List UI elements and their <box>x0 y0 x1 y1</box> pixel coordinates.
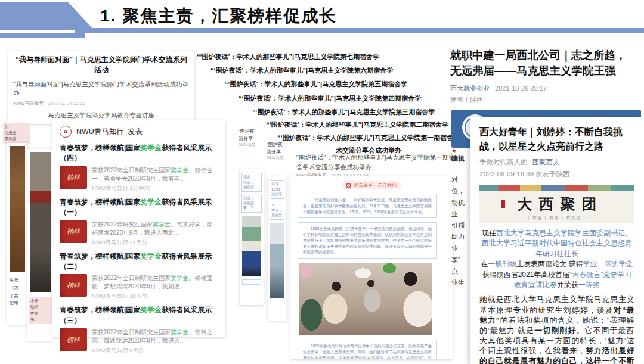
article-thumbnail: 榜样 <box>60 220 87 243</box>
feed-header: ✿ NWU青马知行 发表 <box>52 120 225 140</box>
article-body: 她就是西北大学马克思主义学院马克思主义基本原理专业的研究生刘婷婷，谈及对“最魅力… <box>479 294 634 364</box>
article-summary: 荣获2022年全日制研究生国家奖学金。知行合一，奋勇争先2020年9月，我有幸.… <box>92 166 218 183</box>
article-summary-block: 荣获2022年全日制研究生国家奖学金。稼穑蓬勃，梦想熠熠2020年9月，我如愿.… <box>92 274 218 300</box>
room-photo <box>270 223 284 298</box>
title-text: 青春筑梦，榜样领航|国家 <box>60 252 140 260</box>
article-meta: NWU青马知行 1分钟内 <box>92 185 218 192</box>
honor-text: 上发表两篇论文 获得 <box>516 260 583 268</box>
header-accent-shape <box>0 2 94 30</box>
title-text: 青春筑梦，榜样领航|国家 <box>60 198 140 206</box>
summary-highlight: 奖学金 <box>153 221 171 228</box>
summary-highlight: 奖学金 <box>171 275 188 281</box>
feed-item: 青春筑梦，榜样领航|国家奖学金获得者风采展示（三） 榜样 荣获2022年全日制研… <box>52 302 225 356</box>
screenshot-card-mentor-series: “我与导师面对面”｜马克思主义学院师门学术交流系列活动 "我与导师面对面"|马克… <box>8 51 194 124</box>
presentation-slide: 1. 聚焦主责，汇聚榜样促成长 “我与导师面对面”｜马克思主义学院师门学术交流系… <box>0 0 644 364</box>
follow-text: 点击蓝字 · 关注我们 <box>354 182 397 188</box>
screenshot-card-youth: 西大好青年｜刘婷婷：不断自我挑战，以星星之火点亮前行之路 争做时代新人的 团聚西… <box>470 117 644 364</box>
text-fragment: “围炉夜 流分享 NWU马院 <box>267 141 298 161</box>
text-fragment: 为 克思主 莉教授 <box>3 123 30 144</box>
text-fragment: 术界 他详 世界 第， <box>29 297 52 324</box>
paragraph-fragment: 10 学习， 质的分 <box>270 201 284 220</box>
headline-stack-item: “‘围炉夜话’：学术人的那些事儿”|马克思主义学院第五期宿舍学 <box>225 80 407 89</box>
summary-highlight: 奖学金 <box>171 329 188 335</box>
article-row: 榜样 荣获2022年全日制研究生国家奖学金。知行合一，奋勇争先2020年9月，我… <box>60 166 218 192</box>
feed-account-name: NWU青马知行 <box>76 127 124 137</box>
article-subtitle: "我与导师面对面"|马克思主义学院师门学术交流系列活动成功举办 <box>13 80 190 97</box>
article-meta: NWU青马知行 8天前 <box>92 347 218 354</box>
article-thumbnail: 榜样 <box>60 328 87 351</box>
article-paragraph: 1829宿舍成员针对论文写作过程中出现的问题进行交流，比如容易产生焦虑情绪、会陷… <box>298 340 437 359</box>
honor-highlight: 一般刊物 <box>488 260 516 268</box>
screenshot-card-employment: 就职中建一局西北公司｜志之所趋，无远弗届——马克思主义学院王强 西大就业创业 2… <box>450 48 632 104</box>
thumbnail-text: 榜样 <box>67 335 80 344</box>
star-icon: ★ <box>451 147 457 154</box>
fragment-text: “围炉夜 流分享 <box>239 128 272 142</box>
summary-highlight: 奖学金 <box>171 167 188 173</box>
follow-banner: 点击蓝字 · 关注我们 <box>290 181 453 189</box>
magnifier-icon <box>346 183 351 188</box>
title-highlight: 奖学金 <box>140 306 162 314</box>
fragment-text: “围炉夜 流分享 <box>267 141 298 155</box>
article-title: 青春筑梦，榜样领航|国家奖学金获得者风采展示（四） <box>60 143 218 164</box>
article-body-card: 点击蓝字 · 关注我们 一间温馨的宿舍小屋，一次积极的学术交流，既是增进室友情谊… <box>290 176 453 359</box>
article-meta: 西大就业创业 2021-10-26 20:17 <box>450 84 632 93</box>
honor-text: 在 <box>481 260 488 268</box>
publish-date: 2022-06-09 16:39 发表于陕西 <box>479 170 634 179</box>
paragraph-fragment: 交流， 师资源 事，了 <box>242 194 262 213</box>
wechat-feed-card: ✿ NWU青马知行 发表 青春筑梦，榜样领航|国家奖学金获得者风采展示（四） 榜… <box>52 120 225 337</box>
paragraph-fragment: 宿舍 交流， 期宿舍 <box>242 173 262 192</box>
dorm-photo <box>242 216 261 276</box>
headline-stack-item: “‘围炉夜话’：学术人的那些事儿”|马克思主义学院第六期宿舍学 <box>210 66 393 75</box>
summary-text: 荣获2022年全日制研究生国家 <box>92 167 171 173</box>
article-row: 榜样 荣获2022年全日制研究生国家奖学金。青衿之志，履践致远2020年9月，我… <box>60 328 218 354</box>
article-title: 西大好青年｜刘婷婷：不断自我挑战，以星星之火点亮前行之路 <box>479 125 624 154</box>
honor-text: 并荣获 <box>557 281 578 289</box>
article-row: 榜样 荣获2022年全日制研究生国家奖学金。稼穑蓬勃，梦想熠熠2020年9月，我… <box>60 274 218 300</box>
thumbnail-text: 榜样 <box>67 281 80 290</box>
article-summary-block: 荣获2022年全日制研究生国家奖学金。青衿之志，履践致远2020年9月，我进入.… <box>92 328 218 354</box>
banner-subtitle: | 有趣 | 有用 | 有态度 | <box>479 216 634 221</box>
article-paragraph: 一间温馨的宿舍小屋，一次积极的学术交流，既是增进室友情谊的助推器，也是营造良好学… <box>298 194 437 218</box>
publish-date: 2021-10-26 20:17 <box>495 85 547 92</box>
door-photo <box>10 146 25 272</box>
thumbnail-text: 榜样 <box>67 173 80 182</box>
honor-text: 获得陕西省2021年高校首届 <box>482 270 570 279</box>
screenshot-strip: 学习 11月2 次分享 10 学习， 质的分 <box>268 176 286 321</box>
article-meta: NWU青马知行 16天前 <box>92 293 218 300</box>
meta-label: 争做时代新人的 <box>479 158 528 166</box>
feed-item: 青春筑梦，榜样领航|国家奖学金获得者风采展示（二） 榜样 荣获2022年全日制研… <box>52 248 225 303</box>
honor-line: 在一般刊物上发表两篇论文 获得学业二等奖学金 <box>479 259 634 269</box>
summary-text: 荣获2022年全日制研究生国家 <box>92 275 171 281</box>
account-logo-icon: ✿ <box>60 126 72 138</box>
article-title: “我与导师面对面”｜马克思主义学院师门学术交流系列活动 <box>13 55 190 75</box>
daxijutuаn-banner: 大西聚团 | 有趣 | 有用 | 有态度 | <box>479 185 634 223</box>
honor-highlight: 一等奖 <box>578 281 600 289</box>
article-title: 就职中建一局西北公司｜志之所趋，无远弗届——马克思主义学院王强 <box>450 48 632 79</box>
paragraph-fragment: 学习 11月2 次分享 <box>270 180 284 199</box>
banner-decoration <box>479 185 634 191</box>
article-meta: NWU马院青年 2021-11-24 22:51 <box>13 100 190 107</box>
account-name: 团聚西大 <box>532 158 560 166</box>
honors-list: 现任西北大学马克思主义学院学生团委副书记、西北大学习近平新时代中国特色社会主义思… <box>479 228 634 290</box>
headline-stack-item: “‘围炉夜话’：学术人的那些事儿”|马克思主义学院第二期宿舍学 <box>266 120 448 129</box>
feed-publish-label: 发表 <box>128 127 143 137</box>
linked-article-title: 马克思主义学院举办学风教育专题讲座 <box>13 111 190 120</box>
article-meta: 争做时代新人的 团聚西大 <box>479 158 634 167</box>
text-fragment-column: 对 位， 动机 业 引领 助力 业 享” 点 业生 <box>451 174 469 289</box>
article-summary-block: 荣获2022年研究生国家奖学金。笃实好学，厚积薄发2020年9月，我进入西北..… <box>92 220 218 247</box>
summary-text: 荣获2022年全日制研究生国家 <box>92 329 171 335</box>
article-subtitle: "围炉夜话"：学术人的那些事儿"|马克思主义学院第一期宿舍学术交流分享会成功举办 <box>296 153 459 172</box>
title-text: 青春筑梦，榜样领航|国家 <box>60 144 140 152</box>
account-name: NWU马院青年 <box>13 101 44 106</box>
screenshot-strip: 生展 《习 于共 思维 <box>7 143 27 325</box>
honor-highlight: 学业二等奖学金 <box>583 260 633 268</box>
honor-line: 现任西北大学马克思主义学院学生团委副书记、西北大学习近平新时代中国特色社会主义思… <box>479 228 634 259</box>
dorm-discussion-photo <box>299 263 432 335</box>
article-title: 青春筑梦，榜样领航|国家奖学金获得者风采展示（一） <box>60 197 218 218</box>
screenshot-strip: 宿舍 交流， 期宿舍 交流， 师资源 事，了 <box>240 169 264 305</box>
article-thumbnail: 榜样 <box>60 166 87 189</box>
follow-pill: 点击蓝字 · 关注我们 <box>342 181 401 189</box>
article-paragraph: 1828宿舍成员围绕《万历十五年》一书交流自己的感想。通过阅读，他们了解到明朝的… <box>298 222 437 259</box>
feed-item: 青春筑梦，榜样领航|国家奖学金获得者风采展示（四） 榜样 荣获2022年全日制研… <box>52 140 225 194</box>
title-highlight: 奖学金 <box>140 144 162 152</box>
